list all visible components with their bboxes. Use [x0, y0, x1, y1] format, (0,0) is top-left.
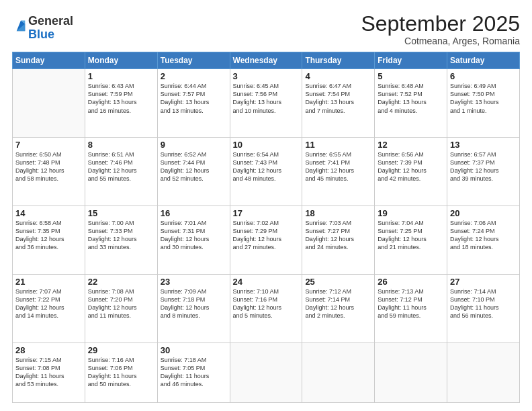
calendar-cell: 26Sunrise: 7:13 AMSunset: 7:12 PMDayligh… [375, 274, 447, 342]
day-info: Sunrise: 6:52 AMSunset: 7:44 PMDaylight:… [161, 150, 227, 183]
weekday-header-wednesday: Wednesday [230, 52, 302, 69]
day-number: 19 [378, 208, 444, 218]
day-info: Sunrise: 7:06 AMSunset: 7:24 PMDaylight:… [450, 219, 517, 252]
calendar-cell: 6Sunrise: 6:49 AMSunset: 7:50 PMDaylight… [447, 69, 520, 138]
calendar-cell: 11Sunrise: 6:55 AMSunset: 7:41 PMDayligh… [302, 138, 375, 206]
day-number: 5 [378, 71, 444, 81]
day-info: Sunrise: 7:01 AMSunset: 7:31 PMDaylight:… [161, 219, 227, 252]
calendar-cell: 2Sunrise: 6:44 AMSunset: 7:57 PMDaylight… [157, 69, 230, 138]
day-number: 12 [378, 140, 444, 150]
day-number: 20 [450, 208, 517, 218]
weekday-header-thursday: Thursday [302, 52, 375, 69]
day-info: Sunrise: 6:44 AMSunset: 7:57 PMDaylight:… [161, 82, 227, 115]
day-info: Sunrise: 7:08 AMSunset: 7:20 PMDaylight:… [88, 287, 154, 320]
weekday-header-friday: Friday [375, 52, 447, 69]
weekday-header-tuesday: Tuesday [157, 52, 230, 69]
day-info: Sunrise: 6:43 AMSunset: 7:59 PMDaylight:… [88, 82, 154, 115]
day-info: Sunrise: 6:56 AMSunset: 7:39 PMDaylight:… [378, 150, 444, 183]
day-number: 10 [233, 140, 300, 150]
weekday-header-monday: Monday [85, 52, 157, 69]
day-info: Sunrise: 7:10 AMSunset: 7:16 PMDaylight:… [233, 287, 300, 320]
week-row-4: 21Sunrise: 7:07 AMSunset: 7:22 PMDayligh… [13, 274, 520, 342]
calendar-cell [13, 69, 85, 138]
calendar-cell: 1Sunrise: 6:43 AMSunset: 7:59 PMDaylight… [85, 69, 157, 138]
day-number: 3 [233, 71, 300, 81]
month-title: September 2025 [361, 12, 520, 36]
calendar-cell: 7Sunrise: 6:50 AMSunset: 7:48 PMDaylight… [13, 138, 85, 206]
calendar-cell [447, 342, 520, 402]
calendar-cell: 4Sunrise: 6:47 AMSunset: 7:54 PMDaylight… [302, 69, 375, 138]
day-number: 18 [305, 208, 371, 218]
calendar-cell: 10Sunrise: 6:54 AMSunset: 7:43 PMDayligh… [230, 138, 302, 206]
day-info: Sunrise: 7:13 AMSunset: 7:12 PMDaylight:… [378, 287, 444, 320]
calendar-cell: 12Sunrise: 6:56 AMSunset: 7:39 PMDayligh… [375, 138, 447, 206]
day-number: 17 [233, 208, 300, 218]
day-info: Sunrise: 7:14 AMSunset: 7:10 PMDaylight:… [450, 287, 517, 320]
day-number: 6 [450, 71, 517, 81]
calendar-cell [230, 342, 302, 402]
calendar-cell: 22Sunrise: 7:08 AMSunset: 7:20 PMDayligh… [85, 274, 157, 342]
calendar-cell: 13Sunrise: 6:57 AMSunset: 7:37 PMDayligh… [447, 138, 520, 206]
week-row-5: 28Sunrise: 7:15 AMSunset: 7:08 PMDayligh… [13, 342, 520, 402]
day-number: 11 [305, 140, 371, 150]
logo-blue-text: Blue [28, 28, 54, 41]
day-number: 21 [15, 277, 82, 287]
day-info: Sunrise: 6:57 AMSunset: 7:37 PMDaylight:… [450, 150, 517, 183]
week-row-3: 14Sunrise: 6:58 AMSunset: 7:35 PMDayligh… [13, 205, 520, 274]
day-number: 22 [88, 277, 154, 287]
calendar-cell: 16Sunrise: 7:01 AMSunset: 7:31 PMDayligh… [157, 205, 230, 274]
location: Cotmeana, Arges, Romania [361, 36, 520, 46]
calendar-cell: 19Sunrise: 7:04 AMSunset: 7:25 PMDayligh… [375, 205, 447, 274]
day-info: Sunrise: 6:49 AMSunset: 7:50 PMDaylight:… [450, 82, 517, 115]
day-number: 26 [378, 277, 444, 287]
calendar-cell: 15Sunrise: 7:00 AMSunset: 7:33 PMDayligh… [85, 205, 157, 274]
day-number: 29 [88, 345, 154, 355]
day-number: 24 [233, 277, 300, 287]
calendar-cell: 21Sunrise: 7:07 AMSunset: 7:22 PMDayligh… [13, 274, 85, 342]
day-number: 30 [161, 345, 227, 355]
day-number: 25 [305, 277, 371, 287]
day-info: Sunrise: 6:55 AMSunset: 7:41 PMDaylight:… [305, 150, 371, 183]
day-number: 2 [161, 71, 227, 81]
calendar-cell: 9Sunrise: 6:52 AMSunset: 7:44 PMDaylight… [157, 138, 230, 206]
day-info: Sunrise: 7:16 AMSunset: 7:06 PMDaylight:… [88, 356, 154, 389]
calendar-cell: 27Sunrise: 7:14 AMSunset: 7:10 PMDayligh… [447, 274, 520, 342]
calendar-cell: 14Sunrise: 6:58 AMSunset: 7:35 PMDayligh… [13, 205, 85, 274]
calendar-cell: 23Sunrise: 7:09 AMSunset: 7:18 PMDayligh… [157, 274, 230, 342]
day-number: 1 [88, 71, 154, 81]
weekday-header-row: SundayMondayTuesdayWednesdayThursdayFrid… [13, 52, 520, 69]
day-info: Sunrise: 6:54 AMSunset: 7:43 PMDaylight:… [233, 150, 300, 183]
week-row-1: 1Sunrise: 6:43 AMSunset: 7:59 PMDaylight… [13, 69, 520, 138]
day-info: Sunrise: 6:51 AMSunset: 7:46 PMDaylight:… [88, 150, 154, 183]
day-number: 15 [88, 208, 154, 218]
calendar-cell: 24Sunrise: 7:10 AMSunset: 7:16 PMDayligh… [230, 274, 302, 342]
calendar-cell: 5Sunrise: 6:48 AMSunset: 7:52 PMDaylight… [375, 69, 447, 138]
calendar-cell: 28Sunrise: 7:15 AMSunset: 7:08 PMDayligh… [13, 342, 85, 402]
calendar-page: General Blue September 2025 Cotmeana, Ar… [0, 0, 532, 411]
day-info: Sunrise: 6:47 AMSunset: 7:54 PMDaylight:… [305, 82, 371, 115]
day-info: Sunrise: 7:04 AMSunset: 7:25 PMDaylight:… [378, 219, 444, 252]
calendar-cell: 30Sunrise: 7:18 AMSunset: 7:05 PMDayligh… [157, 342, 230, 402]
day-number: 7 [15, 140, 82, 150]
title-block: September 2025 Cotmeana, Arges, Romania [361, 12, 520, 46]
day-info: Sunrise: 6:50 AMSunset: 7:48 PMDaylight:… [15, 150, 82, 183]
weekday-header-saturday: Saturday [447, 52, 520, 69]
week-row-2: 7Sunrise: 6:50 AMSunset: 7:48 PMDaylight… [13, 138, 520, 206]
day-number: 28 [15, 345, 82, 355]
calendar-cell: 8Sunrise: 6:51 AMSunset: 7:46 PMDaylight… [85, 138, 157, 206]
day-info: Sunrise: 7:00 AMSunset: 7:33 PMDaylight:… [88, 219, 154, 252]
logo: General Blue [12, 15, 73, 42]
weekday-header-sunday: Sunday [13, 52, 85, 69]
day-info: Sunrise: 7:15 AMSunset: 7:08 PMDaylight:… [15, 356, 82, 389]
calendar-cell: 29Sunrise: 7:16 AMSunset: 7:06 PMDayligh… [85, 342, 157, 402]
day-number: 16 [161, 208, 227, 218]
day-info: Sunrise: 7:09 AMSunset: 7:18 PMDaylight:… [161, 287, 227, 320]
day-info: Sunrise: 7:03 AMSunset: 7:27 PMDaylight:… [305, 219, 371, 252]
day-number: 23 [161, 277, 227, 287]
calendar-cell [302, 342, 375, 402]
day-info: Sunrise: 6:45 AMSunset: 7:56 PMDaylight:… [233, 82, 300, 115]
page-header: General Blue September 2025 Cotmeana, Ar… [12, 12, 520, 46]
day-number: 13 [450, 140, 517, 150]
day-number: 8 [88, 140, 154, 150]
calendar-cell [375, 342, 447, 402]
